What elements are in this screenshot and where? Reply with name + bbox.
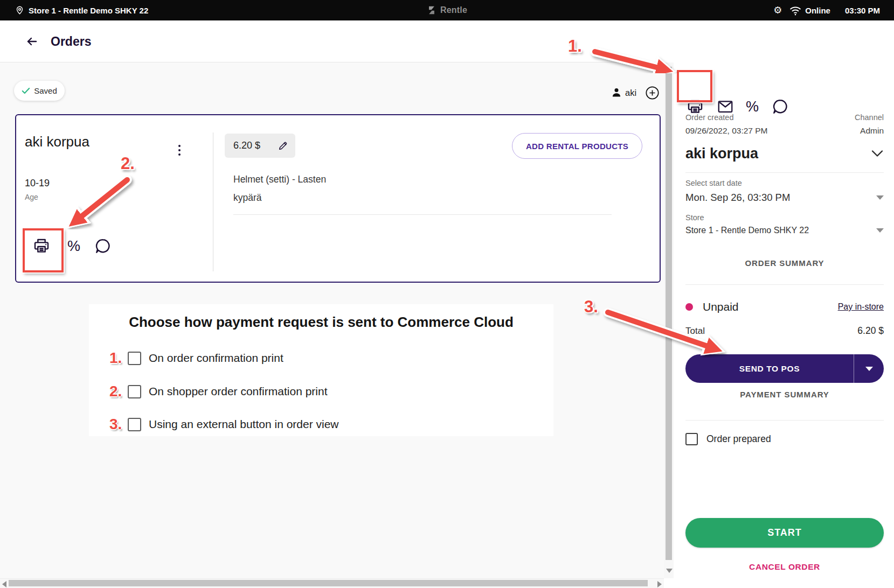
scroll-left-arrow[interactable] xyxy=(2,581,6,587)
order-meta-labels: Order created Channel xyxy=(685,113,884,122)
sidebar-divider xyxy=(685,420,884,421)
check-icon xyxy=(22,87,30,94)
sidebar-customer-name: aki korpua xyxy=(685,145,758,162)
send-to-pos-dropdown[interactable] xyxy=(854,367,884,371)
add-rental-products-button[interactable]: ADD RENTAL PRODUCTS xyxy=(512,133,642,159)
start-date-value: Mon. Sep 26, 03:30 PM xyxy=(685,192,790,204)
sidebar-divider xyxy=(685,172,884,173)
option-checkbox[interactable] xyxy=(128,418,141,431)
unpaid-dot-icon xyxy=(685,303,693,311)
price-edit-chip[interactable]: 6.20 $ xyxy=(225,134,295,158)
option-label: Using an external button in order view xyxy=(149,418,339,431)
payment-option-row: 1. On order confirmation print xyxy=(109,348,283,368)
user-name: aki xyxy=(625,88,636,98)
product-line1: Helmet (setti) - Lasten xyxy=(233,170,326,188)
option-checkbox[interactable] xyxy=(128,352,141,365)
clock: 03:30 PM xyxy=(845,6,880,15)
print-receipt-button[interactable] xyxy=(31,236,52,256)
channel-value: Admin xyxy=(860,126,884,136)
brand-name: Rentle xyxy=(440,5,467,15)
payment-status-text: Unpaid xyxy=(703,300,739,313)
assigned-user[interactable]: aki xyxy=(611,84,660,101)
sidebar-divider xyxy=(685,284,884,285)
age-label: Age xyxy=(25,193,38,201)
store-label: Store xyxy=(685,213,704,222)
start-date-label: Select start date xyxy=(685,179,742,187)
printer-icon xyxy=(32,237,51,255)
send-to-pos-button[interactable]: SEND TO POS xyxy=(685,354,884,383)
saved-label: Saved xyxy=(34,86,57,95)
cancel-order-link[interactable]: CANCEL ORDER xyxy=(685,562,884,572)
discount-button[interactable]: % xyxy=(64,236,84,256)
product-line2: kypärä xyxy=(233,188,326,207)
top-status-bar: Store 1 - Rentle Demo SHKY 22 Rentle ⚙ O… xyxy=(0,0,894,20)
store-name: Store 1 - Rentle Demo SHKY 22 xyxy=(29,6,148,15)
scroll-right-arrow[interactable] xyxy=(657,581,662,587)
scroll-down-arrow[interactable] xyxy=(666,569,673,573)
order-summary-toggle[interactable]: ORDER SUMMARY xyxy=(685,258,884,268)
caret-down-icon xyxy=(876,195,884,200)
option-label: On shopper order confirmation print xyxy=(149,385,328,398)
edit-pencil-icon xyxy=(278,141,288,151)
back-arrow-icon[interactable] xyxy=(25,35,39,48)
chat-bubble-icon xyxy=(94,237,112,255)
option-step-number: 3. xyxy=(109,416,128,433)
total-value: 6.20 $ xyxy=(857,325,884,337)
product-divider xyxy=(233,214,612,215)
total-label: Total xyxy=(685,326,705,337)
app-window: Store 1 - Rentle Demo SHKY 22 Rentle ⚙ O… xyxy=(0,0,894,588)
location-pin-icon xyxy=(15,5,24,16)
order-created-label: Order created xyxy=(685,113,733,122)
page-title: Orders xyxy=(51,34,91,49)
store-label-row: Store xyxy=(685,213,884,222)
order-prepared-row: Order prepared xyxy=(685,433,771,445)
store-value: Store 1 - Rentle Demo SHKY 22 xyxy=(685,226,809,235)
percent-icon: % xyxy=(67,239,80,254)
horizontal-scrollbar-thumb[interactable] xyxy=(9,580,648,586)
order-item-card: aki korpua 10-19 Age % 6.20 $ Helmet (se… xyxy=(15,114,661,283)
send-to-pos-label: SEND TO POS xyxy=(685,364,854,374)
option-step-number: 1. xyxy=(109,349,128,367)
caret-down-icon xyxy=(876,228,884,233)
payment-status: Unpaid xyxy=(685,300,739,313)
option-label: On order confirmation print xyxy=(149,352,283,365)
customer-collapse-header[interactable]: aki korpua xyxy=(685,142,884,165)
store-selector[interactable]: Store 1 - Rentle Demo SHKY 22 xyxy=(0,5,148,16)
connection-indicator: Online xyxy=(789,5,830,16)
order-details-sidebar: % Order created Channel 09/26/2022, 03:2… xyxy=(674,20,894,588)
channel-label: Channel xyxy=(855,113,884,122)
age-value: 10-19 xyxy=(25,178,50,189)
start-date-label-row: Select start date xyxy=(685,179,884,187)
order-meta-values: 09/26/2022, 03:27 PM Admin xyxy=(685,126,884,136)
topbar-status-group: ⚙ Online 03:30 PM xyxy=(773,5,894,16)
chevron-down-icon xyxy=(871,150,884,158)
payment-summary-toggle[interactable]: PAYMENT SUMMARY xyxy=(685,390,884,399)
saved-status-badge: Saved xyxy=(14,81,65,101)
add-user-icon[interactable] xyxy=(645,86,660,100)
total-row: Total 6.20 $ xyxy=(685,325,884,337)
product-description: Helmet (setti) - Lasten kypärä xyxy=(233,170,326,207)
payment-request-panel: Choose how payment request is sent to Co… xyxy=(89,304,553,436)
person-icon xyxy=(611,87,622,99)
rentle-logo-icon xyxy=(427,5,436,15)
payment-status-row: Unpaid Pay in-store xyxy=(685,297,884,317)
start-date-select[interactable]: Mon. Sep 26, 03:30 PM xyxy=(685,190,884,206)
order-prepared-label: Order prepared xyxy=(706,433,771,445)
panel-title: Choose how payment request is sent to Co… xyxy=(89,314,553,331)
option-step-number: 2. xyxy=(109,383,128,400)
option-checkbox[interactable] xyxy=(128,385,141,398)
card-section-divider xyxy=(213,132,213,271)
envelope-icon xyxy=(717,100,733,114)
order-prepared-checkbox[interactable] xyxy=(685,433,698,445)
start-button[interactable]: START xyxy=(685,518,884,548)
pay-in-store-link[interactable]: Pay in-store xyxy=(838,302,884,312)
comment-button[interactable] xyxy=(93,236,113,256)
payment-option-row: 3. Using an external button in order vie… xyxy=(109,415,339,434)
vertical-scrollbar-thumb[interactable] xyxy=(666,67,672,560)
kebab-menu-icon[interactable] xyxy=(174,141,185,159)
connection-status: Online xyxy=(805,6,830,15)
gear-icon[interactable]: ⚙ xyxy=(773,5,782,15)
percent-icon: % xyxy=(746,100,759,114)
store-select[interactable]: Store 1 - Rentle Demo SHKY 22 xyxy=(685,223,884,238)
customer-name: aki korpua xyxy=(25,134,89,150)
